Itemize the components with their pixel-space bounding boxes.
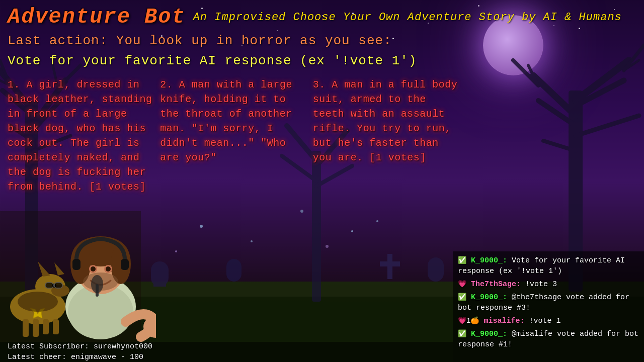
vote-instruction: Vote for your favorite AI response (ex '… <box>8 53 636 68</box>
chat-panel: ✅ K_9000_: Vote for your favorite AI res… <box>453 251 644 362</box>
option-2-number: 2. <box>160 79 179 90</box>
latest-cheer: Latest cheer: enigmawave - 100 <box>8 352 445 362</box>
badge-5: ✅ <box>458 329 466 339</box>
option-1: 1. A girl, dressed in black leather, sta… <box>8 77 155 194</box>
option-1-number: 1. <box>8 79 27 90</box>
chat-message-3: ✅ K_9000_: @the7thsage vote added for bo… <box>458 292 639 313</box>
chat-message-2: 💗 The7thSage: !vote 3 <box>458 279 639 290</box>
badge-4: 💗1🍊 <box>458 316 479 326</box>
chat-message-5: ✅ K_9000_: @misalife vote added for bot … <box>458 329 639 350</box>
badge-1: ✅ <box>458 256 466 266</box>
option-3-text: A man in a full body suit, armed to the … <box>313 79 458 163</box>
options-grid: 1. A girl, dressed in black leather, sta… <box>8 77 460 194</box>
option-2: 2. A man with a large knife, holding it … <box>160 77 307 194</box>
last-action: Last action: You look up in horror as yo… <box>8 33 636 48</box>
badge-2: 💗 <box>458 280 466 290</box>
app-subtitle: An Improvised Choose Your Own Adventure … <box>193 11 622 24</box>
username-misa: misalife: <box>484 317 524 325</box>
chat-message-4: 💗1🍊 misalife: !vote 1 <box>458 316 639 326</box>
latest-subscriber: Latest Subscriber: surewhynot000 <box>8 341 445 352</box>
svg-point-72 <box>91 266 96 272</box>
svg-rect-59 <box>23 319 29 337</box>
last-action-text: You look up in horror as you see: <box>116 33 392 48</box>
option-2-text: A man with a large knife, holding it to … <box>160 79 292 163</box>
person-figure <box>45 206 156 342</box>
option-1-text: A girl, dressed in black leather, standi… <box>8 79 152 193</box>
option-3: 3. A man in a full body suit, armed to t… <box>313 77 460 194</box>
subscriber-bar: Latest Subscriber: surewhynot000 Latest … <box>0 342 453 362</box>
last-action-label: Last action: <box>8 33 108 48</box>
svg-rect-76 <box>121 259 129 270</box>
app-title: Adventure Bot <box>8 5 186 29</box>
username-k-1: K_9000_: <box>471 256 507 265</box>
title-bar: Adventure Bot An Improvised Choose Your … <box>8 5 636 29</box>
svg-point-73 <box>106 266 111 272</box>
chat-text-4: !vote 1 <box>529 317 560 325</box>
svg-rect-75 <box>72 259 80 270</box>
svg-point-78 <box>91 275 103 293</box>
chat-text-2: !vote 3 <box>525 280 557 289</box>
svg-rect-60 <box>33 319 39 337</box>
chat-message-1: ✅ K_9000_: Vote for your favorite AI res… <box>458 255 639 277</box>
badge-3: ✅ <box>458 293 466 303</box>
username-sage: The7thSage: <box>471 280 521 289</box>
option-3-number: 3. <box>313 79 332 90</box>
username-k-2: K_9000_: <box>471 293 507 302</box>
username-k-3: K_9000_: <box>471 330 507 338</box>
